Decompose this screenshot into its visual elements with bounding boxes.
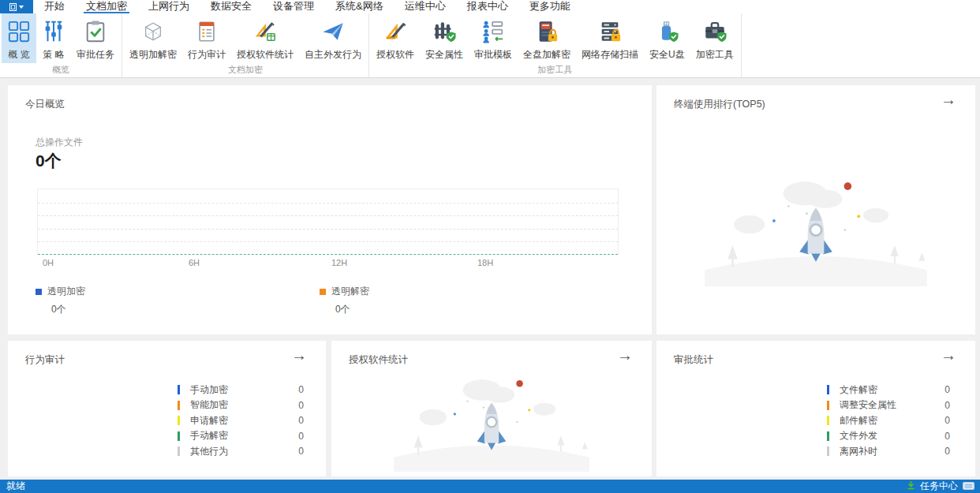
list-item-value: 0 [298,400,304,411]
ribbon-button[interactable]: 行为审计 [182,13,231,63]
policy-sliders-icon [42,20,65,43]
empty-state-rocket-illustration [698,168,934,286]
ribbon-button[interactable]: 网络存储扫描 [576,13,644,63]
menu-tab-1[interactable]: 开始 [44,0,65,13]
list-item-value: 0 [944,446,950,457]
list-item: 其他行为0 [178,446,304,457]
list-item: 邮件解密0 [827,416,950,426]
menu-tab-9[interactable]: 更多功能 [529,0,570,13]
licensed-software-stats-icon [253,20,277,43]
stat-label: 总操作文件 [36,136,83,149]
panel-title: 今日概览 [25,98,65,111]
ribbon-button-label: 行为审计 [188,48,226,62]
menu-bar: 开始文档加密上网行为数据安全设备管理系统&网络运维中心报表中心更多功能 [0,0,980,13]
ribbon-button[interactable]: 自主外发行为 [299,13,367,63]
ribbon-button-label: 授权软件 [376,48,414,62]
status-bar: 就绪 任务中心 [0,480,980,493]
ribbon-button[interactable]: 全盘加解密 [518,13,576,63]
ribbon-button[interactable]: 策 略 [36,13,71,63]
ribbon-button-label: 自主外发行为 [305,48,361,62]
licensed-software-icon [383,20,407,43]
menu-tab-5[interactable]: 设备管理 [273,0,314,13]
list-item: 申请解密0 [178,416,304,426]
ribbon-button-label: 加密工具 [696,48,734,62]
legend-swatch [827,446,829,456]
panel-approval-stats: 审批统计 → 文件解密0调整安全属性0邮件解密0文件外发0离网补时0 [656,341,975,476]
ribbon-button[interactable]: 安全U盘 [644,13,690,63]
ribbon-button-label: 授权软件统计 [237,48,294,62]
chart-x-axis: 0H6H12H18H [8,258,652,271]
ribbon-button-label: 安全U盘 [649,48,685,62]
legend-swatch [178,401,180,410]
legend-swatch [178,385,180,394]
arrow-right-icon[interactable]: → [941,92,956,107]
panel-today-overview: 今日概览 总操作文件 0个 0H6H12H18H 透明加密0个透明解密0个 [8,85,652,334]
list-item: 文件解密0 [827,385,950,395]
list-item-value: 0 [298,415,304,426]
list-item-label: 申请解密 [190,414,228,428]
list-item: 调整安全属性0 [827,401,950,411]
task-center-button[interactable]: 任务中心 [920,480,958,493]
stat-list: 手动加密0智能加密0申请解密0手动解密0其他行为0 [178,385,304,462]
list-item-label: 邮件解密 [840,414,877,428]
keyboard-icon[interactable] [963,481,974,492]
legend-swatch [178,446,180,456]
menu-tab-6[interactable]: 系统&网络 [335,0,383,13]
legend-swatch [178,431,180,441]
empty-state-rocket-illustration [373,368,610,472]
list-item: 文件外发0 [827,431,950,442]
fulldisk-crypt-icon [535,20,559,43]
transparent-crypt-cube-icon [141,20,165,43]
menu-tab-2[interactable]: 文档加密 [86,0,127,13]
list-item-label: 文件解密 [840,383,877,397]
menu-tab-8[interactable]: 报表中心 [467,0,508,13]
list-item-value: 0 [944,431,950,442]
stat-value: 0个 [36,150,62,172]
crypt-tools-icon [703,20,727,43]
chart-gridline [38,203,618,204]
behavior-audit-doc-icon [195,20,219,43]
ribbon-button[interactable]: 概 览 [2,13,36,63]
ribbon-button[interactable]: 安全属性 [420,13,469,63]
ribbon-button[interactable]: 透明加解密 [124,13,182,63]
x-axis-tick-label: 6H [189,258,200,267]
ribbon-button[interactable]: 授权软件统计 [231,13,299,63]
ribbon-button-label: 审批模板 [474,48,512,62]
ribbon-button[interactable]: 审批任务 [71,13,120,63]
panel-licensed-software-stats: 授权软件统计 → [331,341,652,476]
ribbon-button[interactable]: 授权软件 [371,13,420,63]
menu-tab-3[interactable]: 上网行为 [148,0,189,13]
ribbon-button-label: 网络存储扫描 [582,48,638,62]
ribbon-button-label: 概 览 [8,48,29,62]
list-item-label: 手动解密 [190,429,228,443]
list-item: 离网补时0 [827,446,950,457]
app-window: 开始文档加密上网行为数据安全设备管理系统&网络运维中心报表中心更多功能 概 览策… [0,0,980,493]
list-item-label: 离网补时 [840,445,877,458]
menu-tab-7[interactable]: 运维中心 [405,0,446,13]
panel-behavior-audit: 行为审计 → 手动加密0智能加密0申请解密0手动解密0其他行为0 [8,341,326,476]
legend-label: 透明加密 [47,285,85,298]
chart-gridline [38,215,618,216]
network-storage-scan-icon [598,20,622,43]
arrow-right-icon[interactable]: → [291,347,307,363]
menu-tab-4[interactable]: 数据安全 [211,0,252,13]
list-item-value: 0 [298,446,304,457]
chart-gridline [38,241,618,242]
legend-value: 0个 [51,303,85,316]
ribbon-group-3: 授权软件安全属性审批模板全盘加解密网络存储扫描安全U盘加密工具加密工具 [369,13,742,77]
list-item-value: 0 [298,431,304,442]
ribbon-button[interactable]: 审批模板 [469,13,518,63]
legend-label: 透明解密 [331,285,369,298]
app-menu-button[interactable] [0,0,33,13]
arrow-right-icon[interactable]: → [617,347,633,363]
ribbon-group-label: 文档加密 [122,63,368,77]
ribbon-button[interactable]: 加密工具 [690,13,739,63]
list-item: 智能加密0 [178,401,304,411]
today-chart [37,189,619,255]
list-item-value: 0 [944,415,950,426]
panel-terminal-rank: 终端使用排行(TOP5) → [656,85,975,334]
arrow-right-icon[interactable]: → [941,347,956,363]
ribbon-toolbar: 概 览策 略审批任务概览透明加解密行为审计授权软件统计自主外发行为文档加密授权软… [0,13,980,78]
chart-legend-item: 透明解密0个 [320,285,369,316]
outgoing-plane-icon [321,20,345,43]
